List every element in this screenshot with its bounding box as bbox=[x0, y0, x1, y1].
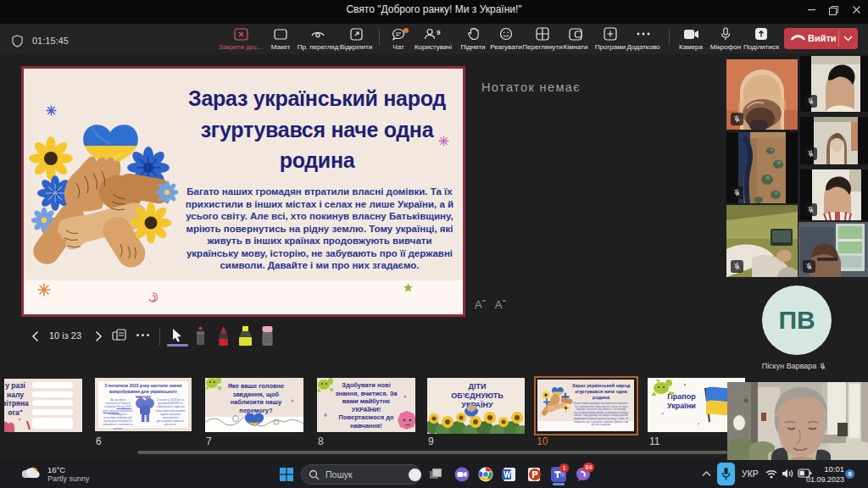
svg-text:9: 9 bbox=[437, 29, 441, 36]
